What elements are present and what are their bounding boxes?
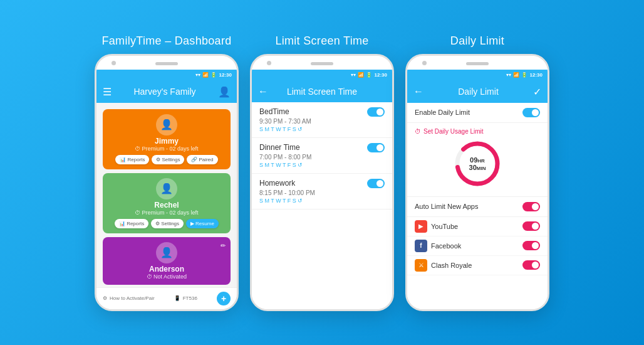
youtube-info: ▶ YouTube — [415, 220, 458, 233]
dial-container: 09HR 30MIN — [415, 139, 540, 189]
dial-mins: 30 — [469, 164, 477, 171]
facebook-toggle[interactable] — [522, 241, 540, 250]
clock-icon-3: ⏱ — [147, 273, 152, 280]
homework-row: Homework — [259, 179, 385, 188]
dashboard-content: 👤 Jimmy ⏱ Premium - 02 days left 📊 Repor… — [96, 103, 237, 287]
daily-content: Enable Daily Limit ⏱ Set Daily Usage Lim… — [407, 103, 548, 309]
jimmy-settings-btn[interactable]: ⚙ Settings — [152, 155, 184, 164]
homework-toggle[interactable] — [367, 179, 385, 188]
youtube-name: YouTube — [431, 223, 458, 230]
enable-daily-limit-label: Enable Daily Limit — [415, 109, 470, 116]
phone-2: ▾▾ 📶 🔋 12:30 ← Limit Screen Time BedTime — [250, 54, 394, 311]
jimmy-reports-btn[interactable]: 📊 Reports — [115, 155, 149, 164]
bedtime-time: 9:30 PM - 7:30 AM — [259, 118, 385, 125]
clash-name: Clash Royale — [431, 262, 472, 269]
wifi-icon: 📶 — [202, 72, 209, 78]
add-button[interactable]: + — [217, 292, 231, 305]
back-arrow-icon-2[interactable]: ← — [413, 86, 423, 97]
phone-3-top-bar — [407, 56, 548, 70]
bedtime-row: BedTime — [259, 107, 385, 117]
rechel-reports-btn[interactable]: 📊 Reports — [115, 219, 148, 228]
status-time-2: 12:30 — [375, 72, 387, 78]
phone-1-status-bar: ▾▾ 📶 🔋 12:30 — [96, 70, 237, 81]
app-row-clash: ⚔ Clash Royale — [407, 256, 548, 275]
dinner-toggle[interactable] — [367, 143, 385, 152]
phone-1: ▾▾ 📶 🔋 12:30 ☰ Harvey's Family 👤 👤 Jimmy — [95, 54, 239, 311]
rechel-resume-btn[interactable]: ▶ Resume — [186, 219, 219, 228]
device-icon: 📱 — [174, 295, 180, 301]
anderson-status: ⏱ Not Activated — [147, 273, 187, 280]
dial-hours: 09 — [470, 156, 477, 164]
phone-1-wrapper: FamilyTime – Dashboard ▾▾ 📶 🔋 12:30 ☰ Ha… — [95, 34, 239, 311]
device-id: 📱 FT536 — [174, 295, 197, 301]
homework-days: S M T W T F S ↺ — [259, 198, 385, 204]
settings-icon: ⚙ — [156, 157, 160, 162]
auto-limit-row: Auto Limit New Apps — [407, 197, 548, 217]
reports-icon-2: 📊 — [119, 221, 125, 226]
dinner-days: S M T W T F S ↺ — [259, 162, 385, 168]
auto-limit-toggle[interactable] — [522, 202, 540, 211]
dashboard-header: ☰ Harvey's Family 👤 — [96, 81, 237, 103]
phone-1-speaker — [155, 62, 178, 65]
jimmy-paired-btn[interactable]: 🔗 Paired — [187, 155, 217, 164]
link-icon: 🔗 — [191, 157, 197, 162]
dinner-time: 7:00 PM - 8:00 PM — [259, 154, 385, 161]
youtube-toggle[interactable] — [522, 221, 540, 231]
schedule-dinner: Dinner Time 7:00 PM - 8:00 PM S M T W T … — [252, 138, 392, 174]
phone-3-speaker — [466, 62, 489, 65]
limit-title: Limit Screen Time — [287, 87, 357, 97]
profiles-list: 👤 Jimmy ⏱ Premium - 02 days left 📊 Repor… — [96, 103, 237, 287]
edit-icon[interactable]: ✏ — [221, 242, 226, 249]
status-time-3: 12:30 — [530, 72, 543, 78]
status-icons: ▾▾ 📶 🔋 — [195, 72, 217, 78]
usage-section: ⏱ Set Daily Usage Limit 09HR 30MIN — [407, 123, 548, 197]
hamburger-icon[interactable]: ☰ — [103, 86, 112, 98]
enable-daily-toggle[interactable] — [522, 108, 540, 117]
profile-anderson[interactable]: ✏ 👤 Anderson ⏱ Not Activated — [103, 237, 231, 285]
back-arrow-icon[interactable]: ← — [258, 86, 268, 97]
signal-icon: ▾▾ — [195, 72, 200, 78]
rechel-name: Rechel — [154, 201, 179, 210]
daily-title: Daily Limit — [458, 87, 499, 97]
phone-2-wrapper: Limit Screen Time ▾▾ 📶 🔋 12:30 ← Limit S… — [250, 34, 394, 311]
facebook-info: f Facebook — [415, 240, 461, 252]
screen-3-label: Daily Limit — [450, 34, 504, 48]
activate-pair-btn[interactable]: ⚙ How to Activate/Pair — [103, 295, 155, 301]
battery-icon-2: 🔋 — [366, 72, 372, 78]
facebook-icon: f — [415, 240, 427, 252]
signal-icon-3: ▾▾ — [506, 72, 511, 78]
battery-icon-3: 🔋 — [521, 72, 527, 78]
dashboard-bottom-bar: ⚙ How to Activate/Pair 📱 FT536 + — [96, 287, 237, 309]
jimmy-status: ⏱ Premium - 02 days left — [135, 146, 198, 152]
reports-icon: 📊 — [120, 157, 126, 162]
user-icon[interactable]: 👤 — [218, 86, 231, 98]
status-time: 12:30 — [219, 72, 232, 78]
clock-red-icon: ⏱ — [415, 128, 421, 135]
clock-icon: ⏱ — [135, 146, 140, 152]
dial-time-text: 09HR 30MIN — [465, 156, 490, 171]
rechel-settings-btn[interactable]: ⚙ Settings — [151, 219, 184, 228]
clash-info: ⚔ Clash Royale — [415, 259, 472, 272]
bedtime-toggle[interactable] — [367, 107, 385, 117]
status-icons-2: ▾▾ 📶 🔋 — [351, 72, 372, 78]
profile-rechel[interactable]: 👤 Rechel ⏱ Premium - 02 days left 📊 Repo… — [103, 173, 231, 233]
rechel-avatar: 👤 — [156, 178, 177, 199]
homework-name: Homework — [259, 179, 295, 188]
enable-daily-limit-row: Enable Daily Limit — [407, 103, 548, 123]
profile-jimmy[interactable]: 👤 Jimmy ⏱ Premium - 02 days left 📊 Repor… — [103, 109, 231, 169]
homework-time: 8:15 PM - 10:00 PM — [259, 189, 385, 196]
facebook-name: Facebook — [431, 242, 461, 250]
rechel-status: ⏱ Premium - 02 days left — [135, 210, 198, 216]
auto-limit-label: Auto Limit New Apps — [415, 203, 479, 210]
usage-dial[interactable]: 09HR 30MIN — [452, 139, 502, 189]
bedtime-name: BedTime — [259, 107, 289, 116]
limit-header: ← Limit Screen Time — [252, 81, 392, 102]
battery-icon: 🔋 — [210, 72, 217, 78]
clash-toggle[interactable] — [522, 260, 540, 270]
pair-icon: ⚙ — [103, 295, 107, 301]
phone-2-status-bar: ▾▾ 📶 🔋 12:30 — [252, 70, 392, 81]
check-icon[interactable]: ✓ — [533, 86, 541, 98]
phone-2-camera — [267, 61, 271, 65]
anderson-avatar: 👤 — [156, 242, 177, 263]
screen-2-label: Limit Screen Time — [275, 34, 368, 48]
